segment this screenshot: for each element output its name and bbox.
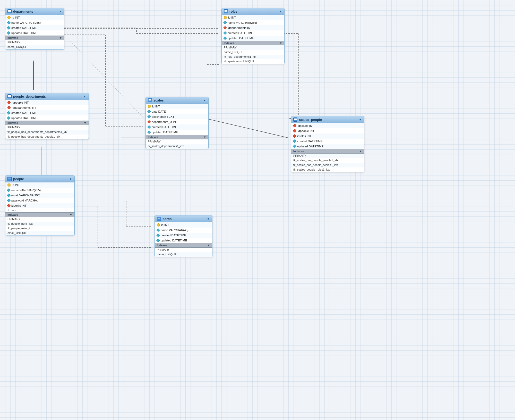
table-perfis-header[interactable]: perfis ▼: [155, 215, 212, 222]
table-row: idscales INT: [291, 123, 364, 128]
table-icon: [224, 9, 228, 13]
table-icon: [7, 94, 12, 98]
table-icon: [148, 98, 152, 102]
field-icon: [156, 228, 160, 232]
indexes-header-departments: Indexes ▼: [5, 36, 64, 40]
index-row: fk_scales_has_people_people1_idx: [291, 158, 364, 163]
table-row: idroles INT: [291, 133, 364, 139]
index-row: PRIMARY: [155, 248, 212, 252]
index-row: iddepartments_UNIQUE: [222, 59, 284, 64]
fk-icon: [223, 26, 227, 30]
pk-icon: [7, 183, 11, 187]
table-departments-header[interactable]: departments ▼: [5, 8, 64, 15]
index-row: fk_scales_has_people_scales1_idx: [291, 163, 364, 167]
table-perfis: perfis ▼ id INT name VARCHAR(45) created…: [154, 215, 212, 257]
table-row: created DATETIME: [5, 25, 64, 30]
table-icon: [7, 177, 12, 181]
indexes-header-people: Indexes ▼: [5, 212, 74, 217]
table-people-departments-title: people_departments: [13, 95, 46, 98]
pk-icon: [157, 223, 160, 226]
roles-dropdown[interactable]: ▼: [279, 10, 282, 13]
index-row: PRIMARY: [222, 45, 284, 50]
field-icon: [156, 233, 160, 237]
table-row: created DATETIME: [146, 124, 208, 130]
fk-icon: [293, 134, 296, 138]
table-row: id INT: [222, 15, 284, 20]
table-scales-header[interactable]: scales ▼: [146, 97, 208, 104]
fk-icon: [7, 204, 11, 207]
indexes-header-scales-people: Indexes ▼: [291, 149, 364, 154]
table-perfis-title: perfis: [162, 217, 171, 221]
table-icon: [293, 117, 297, 122]
field-icon: [147, 110, 151, 113]
table-scales: scales ▼ id INT date DATE description TE…: [145, 97, 209, 149]
indexes-header-roles: Indexes ▼: [222, 41, 284, 45]
table-row: updated DATETIME: [291, 144, 364, 149]
table-roles-header[interactable]: roles ▼: [222, 8, 284, 15]
scales-dropdown[interactable]: ▼: [203, 99, 206, 102]
index-row: email_UNIQUE: [5, 231, 74, 236]
table-row: description TEXT: [146, 114, 208, 119]
table-row: email VARCHAR(255): [5, 193, 74, 198]
field-icon: [293, 145, 296, 148]
field-icon: [7, 21, 11, 24]
table-row: idpeople INT: [5, 100, 89, 105]
table-row: idpeople INT: [291, 128, 364, 133]
departments-dropdown[interactable]: ▼: [59, 10, 62, 13]
index-row: fk_scales_departments1_idx: [146, 144, 208, 149]
table-row: created DATETIME: [5, 110, 89, 115]
pk-icon: [7, 16, 11, 19]
scales-people-dropdown[interactable]: ▼: [359, 118, 362, 121]
table-people: people ▼ id INT name VARCHAR(255) email …: [5, 175, 75, 236]
fk-icon: [7, 106, 11, 109]
table-icon: [7, 9, 12, 13]
table-departments: departments ▼ id INT name VARCHAR(255) c…: [5, 8, 64, 50]
table-row: updated DATETIME: [146, 130, 208, 135]
table-row: created DATETIME: [222, 30, 284, 36]
table-row: id INT: [155, 222, 212, 228]
table-row: id INT: [5, 182, 74, 188]
index-row: name_UNIQUE: [155, 252, 212, 257]
index-row: PRIMARY: [146, 139, 208, 144]
table-row: iddepartments INT: [5, 105, 89, 110]
index-row: fk_people_has_departments_departments1_i…: [5, 130, 89, 135]
more-fields: 3 more...: [5, 208, 74, 212]
index-row: name_UNIQUE: [5, 45, 64, 49]
people-departments-dropdown[interactable]: ▼: [83, 95, 86, 98]
table-row: name VARCHAR(255): [5, 20, 64, 25]
field-icon: [7, 199, 11, 202]
table-row: name VARCHAR(255): [5, 188, 74, 193]
index-row: name_UNIQUE: [222, 50, 284, 55]
table-row: name VARCHAR(255): [222, 20, 284, 25]
table-scales-people-header[interactable]: scales_people ▼: [291, 116, 364, 123]
table-departments-title: departments: [13, 10, 33, 13]
table-people-departments-header[interactable]: people_departments ▼: [5, 93, 89, 100]
table-row: updated DATETIME: [222, 36, 284, 41]
table-people-header[interactable]: people ▼: [5, 175, 74, 182]
index-row: PRIMARY: [5, 40, 64, 45]
field-icon: [147, 115, 151, 119]
table-row: id INT: [5, 15, 64, 20]
table-row: name VARCHAR(45): [155, 228, 212, 233]
fk-icon: [293, 129, 296, 132]
index-row: PRIMARY: [5, 125, 89, 130]
field-icon: [223, 31, 227, 35]
table-icon: [157, 217, 161, 221]
field-icon: [147, 125, 151, 129]
field-icon: [293, 139, 296, 143]
fk-icon: [7, 101, 11, 104]
table-row: created DATETIME: [291, 139, 364, 144]
field-icon: [223, 21, 227, 24]
field-icon: [7, 111, 11, 115]
fk-icon: [293, 124, 296, 127]
index-row: fk_people_roles_idx: [5, 226, 74, 231]
field-icon: [7, 26, 11, 30]
fk-icon: [147, 120, 151, 124]
field-icon: [7, 116, 11, 120]
field-icon: [147, 130, 151, 134]
people-dropdown[interactable]: ▼: [69, 178, 72, 180]
table-row: updated DATETIME: [155, 238, 212, 243]
perfis-dropdown[interactable]: ▼: [207, 217, 210, 220]
table-row: idperfis INT: [5, 203, 74, 208]
index-row: PRIMARY: [5, 217, 74, 222]
